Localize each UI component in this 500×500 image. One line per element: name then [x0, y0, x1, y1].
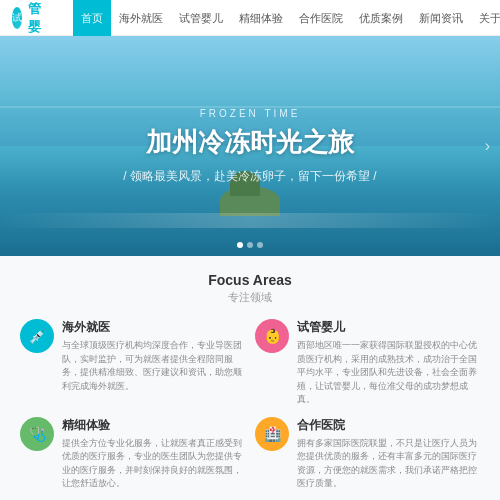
nav-item-新闻资讯[interactable]: 新闻资讯	[411, 0, 471, 36]
ivf-content: 试管婴儿西部地区唯一一家获得国际联盟授权的中心优质医疗机构，采用的成熟技术，成功…	[297, 319, 480, 407]
overseas-text: 与全球顶级医疗机构均深度合作，专业导医团队，实时监护，可为就医者提供全程陪同服务…	[62, 339, 245, 393]
hero-content: FROZEN TIME 加州冷冻时光之旅 / 领略最美风景，赴美冷冻卵子，留下一…	[0, 36, 500, 256]
hero-dot-0[interactable]	[237, 242, 243, 248]
header: 试 试管婴儿 首页海外就医试管婴儿精细体验合作医院优质案例新闻资讯关于我们	[0, 0, 500, 36]
premium-icon: 🩺	[20, 417, 54, 451]
focus-card-ivf: 👶试管婴儿西部地区唯一一家获得国际联盟授权的中心优质医疗机构，采用的成熟技术，成…	[255, 319, 480, 407]
nav: 首页海外就医试管婴儿精细体验合作医院优质案例新闻资讯关于我们	[73, 0, 500, 36]
hero-desc: / 领略最美风景，赴美冷冻卵子，留下一份希望 /	[123, 168, 376, 185]
hero-subtitle: FROZEN TIME	[200, 108, 301, 119]
logo-icon: 试	[12, 7, 22, 29]
nav-item-优质案例[interactable]: 优质案例	[351, 0, 411, 36]
nav-item-合作医院[interactable]: 合作医院	[291, 0, 351, 36]
hero-arrow-right[interactable]: ›	[485, 137, 490, 155]
focus-title-zh: 专注领域	[20, 290, 480, 305]
hospital-content: 合作医院拥有多家国际医院联盟，不只是让医疗人员为您提供优质的服务，还有丰富多元的…	[297, 417, 480, 491]
ivf-title: 试管婴儿	[297, 319, 480, 336]
focus-title-en: Focus Areas	[20, 272, 480, 288]
focus-card-premium: 🩺精细体验提供全方位专业化服务，让就医者真正感受到优质的医疗服务，专业的医生团队…	[20, 417, 245, 491]
overseas-icon: 💉	[20, 319, 54, 353]
hospital-text: 拥有多家国际医院联盟，不只是让医疗人员为您提供优质的服务，还有丰富多元的国际医疗…	[297, 437, 480, 491]
overseas-content: 海外就医与全球顶级医疗机构均深度合作，专业导医团队，实时监护，可为就医者提供全程…	[62, 319, 245, 393]
nav-item-精细体验[interactable]: 精细体验	[231, 0, 291, 36]
focus-section: Focus Areas 专注领域 💉海外就医与全球顶级医疗机构均深度合作，专业导…	[0, 256, 500, 500]
ivf-text: 西部地区唯一一家获得国际联盟授权的中心优质医疗机构，采用的成熟技术，成功治于全国…	[297, 339, 480, 407]
hospital-icon: 🏥	[255, 417, 289, 451]
focus-card-hospital: 🏥合作医院拥有多家国际医院联盟，不只是让医疗人员为您提供优质的服务，还有丰富多元…	[255, 417, 480, 491]
premium-title: 精细体验	[62, 417, 245, 434]
hero-dots	[237, 242, 263, 248]
hospital-title: 合作医院	[297, 417, 480, 434]
hero-dot-2[interactable]	[257, 242, 263, 248]
nav-item-试管婴儿[interactable]: 试管婴儿	[171, 0, 231, 36]
premium-text: 提供全方位专业化服务，让就医者真正感受到优质的医疗服务，专业的医生团队为您提供专…	[62, 437, 245, 491]
overseas-title: 海外就医	[62, 319, 245, 336]
focus-card-overseas: 💉海外就医与全球顶级医疗机构均深度合作，专业导医团队，实时监护，可为就医者提供全…	[20, 319, 245, 407]
nav-item-首页[interactable]: 首页	[73, 0, 111, 36]
hero-section: FROZEN TIME 加州冷冻时光之旅 / 领略最美风景，赴美冷冻卵子，留下一…	[0, 36, 500, 256]
hero-dot-1[interactable]	[247, 242, 253, 248]
focus-grid: 💉海外就医与全球顶级医疗机构均深度合作，专业导医团队，实时监护，可为就医者提供全…	[20, 319, 480, 491]
nav-item-海外就医[interactable]: 海外就医	[111, 0, 171, 36]
hero-title: 加州冷冻时光之旅	[146, 125, 354, 160]
nav-item-关于我们[interactable]: 关于我们	[471, 0, 500, 36]
premium-content: 精细体验提供全方位专业化服务，让就医者真正感受到优质的医疗服务，专业的医生团队为…	[62, 417, 245, 491]
ivf-icon: 👶	[255, 319, 289, 353]
